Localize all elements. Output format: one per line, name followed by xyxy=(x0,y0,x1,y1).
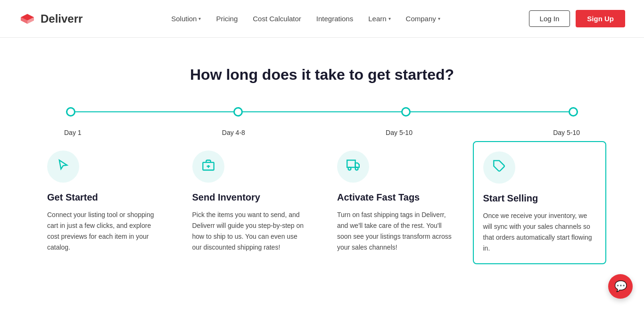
logo-text: Deliverr xyxy=(41,12,83,25)
main-content: How long does it take to get started? Da… xyxy=(0,38,644,293)
step-start-selling: Start Selling Once we receive your inven… xyxy=(473,141,607,264)
signup-button[interactable]: Sign Up xyxy=(576,10,625,27)
timeline-label-3: Day 5-10 xyxy=(386,129,413,136)
timeline-dot-3 xyxy=(401,107,411,117)
box-icon xyxy=(202,159,215,175)
timeline-dot-1 xyxy=(66,107,75,117)
login-button[interactable]: Log In xyxy=(529,10,570,27)
step-desc-2: Turn on fast shipping tags in Deliverr, … xyxy=(337,209,452,253)
nav-item-pricing[interactable]: Pricing xyxy=(216,15,238,23)
chat-icon: 💬 xyxy=(614,280,627,293)
navbar: Deliverr Solution ▾ Pricing Cost Calcula… xyxy=(0,0,644,38)
svg-point-5 xyxy=(348,167,351,170)
step-title-3: Start Selling xyxy=(483,193,596,204)
step-title-1: Send Inventory xyxy=(192,192,307,203)
timeline-labels: Day 1 Day 4-8 Day 5-10 Day 5-10 xyxy=(38,124,606,136)
step-activate-fast-tags: Activate Fast Tags Turn on fast shipping… xyxy=(328,141,462,264)
step-icon-wrap-3 xyxy=(483,151,515,184)
nav-item-company[interactable]: Company ▾ xyxy=(406,15,440,23)
step-get-started: Get Started Connect your listing tool or… xyxy=(38,141,172,264)
cursor-icon xyxy=(57,159,70,175)
logo-link[interactable]: Deliverr xyxy=(19,12,83,25)
truck-icon xyxy=(347,159,360,175)
step-icon-wrap-2 xyxy=(337,151,369,183)
timeline-label-1: Day 1 xyxy=(64,129,82,136)
timeline-dot-2 xyxy=(233,107,243,117)
step-desc-0: Connect your listing tool or shopping ca… xyxy=(47,209,162,253)
svg-point-6 xyxy=(355,167,358,170)
svg-rect-3 xyxy=(347,160,355,167)
step-desc-1: Pick the items you want to send, and Del… xyxy=(192,209,307,253)
tag-icon xyxy=(493,159,506,176)
chevron-down-icon: ▾ xyxy=(388,16,391,21)
step-title-2: Activate Fast Tags xyxy=(337,192,452,203)
step-title-0: Get Started xyxy=(47,192,162,203)
step-icon-wrap-0 xyxy=(47,151,79,183)
nav-item-learn[interactable]: Learn ▾ xyxy=(368,15,390,23)
steps-grid: Get Started Connect your listing tool or… xyxy=(38,141,606,264)
chevron-down-icon: ▾ xyxy=(438,16,440,21)
svg-marker-4 xyxy=(355,163,359,167)
deliverr-logo-icon xyxy=(19,12,36,25)
timeline-dot-4 xyxy=(569,107,578,117)
nav-actions: Log In Sign Up xyxy=(529,10,625,27)
timeline-dots xyxy=(66,107,578,117)
section-title: How long does it take to get started? xyxy=(38,66,606,84)
timeline-label-2: Day 4-8 xyxy=(222,129,245,136)
step-icon-wrap-1 xyxy=(192,151,224,183)
nav-item-solution[interactable]: Solution ▾ xyxy=(171,15,201,23)
nav-links: Solution ▾ Pricing Cost Calculator Integ… xyxy=(171,15,440,23)
nav-item-cost-calculator[interactable]: Cost Calculator xyxy=(253,15,301,23)
chevron-down-icon: ▾ xyxy=(198,16,201,21)
timeline xyxy=(38,107,606,117)
timeline-label-4: Day 5-10 xyxy=(553,129,580,136)
step-send-inventory: Send Inventory Pick the items you want t… xyxy=(183,141,317,264)
step-desc-3: Once we receive your inventory, we will … xyxy=(483,210,596,254)
nav-item-integrations[interactable]: Integrations xyxy=(316,15,353,23)
